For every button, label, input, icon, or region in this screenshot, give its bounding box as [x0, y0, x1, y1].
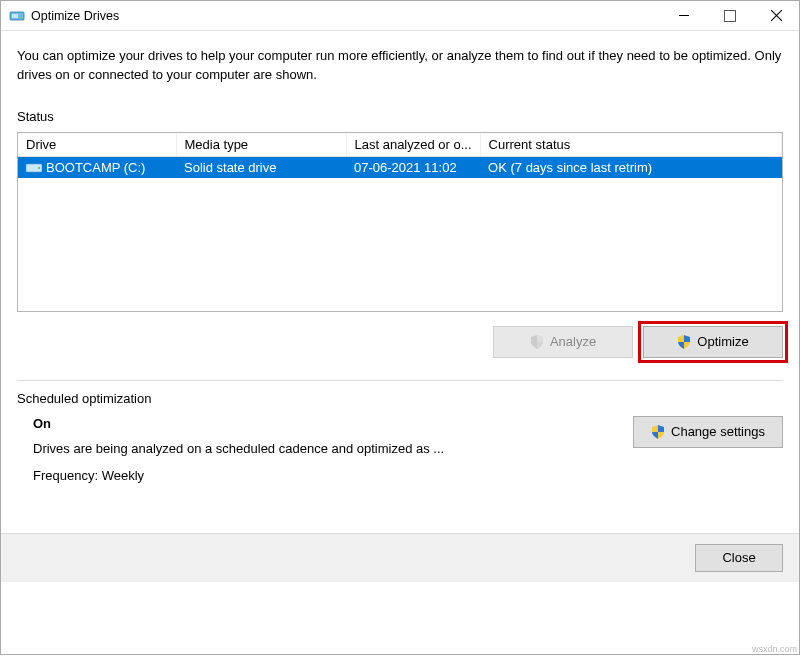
schedule-row: On Drives are being analyzed on a schedu…: [17, 416, 783, 483]
optimize-button[interactable]: Optimize: [643, 326, 783, 358]
footer-bar: Close: [1, 533, 799, 582]
maximize-button[interactable]: [707, 1, 753, 30]
schedule-description: Drives are being analyzed on a scheduled…: [33, 441, 615, 456]
divider: [17, 380, 783, 381]
svg-point-6: [38, 167, 40, 169]
status-label: Status: [17, 109, 783, 124]
window-frame: Optimize Drives You can optimize your dr…: [0, 0, 800, 655]
cell-drive-text: BOOTCAMP (C:): [46, 160, 145, 175]
schedule-title: Scheduled optimization: [17, 391, 783, 406]
cell-media: Solid state drive: [176, 156, 346, 178]
watermark: wsxdn.com: [752, 644, 797, 654]
schedule-state: On: [33, 416, 615, 431]
col-header-media[interactable]: Media type: [176, 133, 346, 157]
close-icon: [771, 10, 782, 21]
change-settings-label: Change settings: [671, 424, 765, 439]
cell-status: OK (7 days since last retrim): [480, 156, 781, 178]
col-header-drive[interactable]: Drive: [18, 133, 176, 157]
close-window-button[interactable]: [753, 1, 799, 30]
schedule-frequency: Frequency: Weekly: [33, 468, 615, 483]
optimize-label: Optimize: [697, 334, 748, 349]
schedule-info: On Drives are being analyzed on a schedu…: [17, 416, 615, 483]
action-button-row: Analyze Optimize: [17, 326, 783, 358]
content-area: You can optimize your drives to help you…: [1, 31, 799, 654]
window-title: Optimize Drives: [31, 9, 119, 23]
col-header-last[interactable]: Last analyzed or o...: [346, 133, 480, 157]
cell-last: 07-06-2021 11:02: [346, 156, 480, 178]
close-button[interactable]: Close: [695, 544, 783, 572]
analyze-label: Analyze: [550, 334, 596, 349]
drives-table: Drive Media type Last analyzed or o... C…: [18, 133, 782, 178]
analyze-button: Analyze: [493, 326, 633, 358]
drive-optimize-icon: [9, 8, 25, 24]
drive-icon: [26, 162, 42, 174]
svg-rect-1: [12, 14, 18, 18]
table-header-row[interactable]: Drive Media type Last analyzed or o... C…: [18, 133, 782, 157]
cell-drive: BOOTCAMP (C:): [18, 156, 176, 178]
change-settings-button[interactable]: Change settings: [633, 416, 783, 448]
table-row[interactable]: BOOTCAMP (C:) Solid state drive 07-06-20…: [18, 156, 782, 178]
svg-point-2: [20, 17, 22, 19]
col-header-status[interactable]: Current status: [480, 133, 781, 157]
intro-text: You can optimize your drives to help you…: [17, 47, 783, 85]
titlebar[interactable]: Optimize Drives: [1, 1, 799, 31]
minimize-button[interactable]: [661, 1, 707, 30]
drives-list[interactable]: Drive Media type Last analyzed or o... C…: [17, 132, 783, 312]
shield-icon: [530, 335, 544, 349]
shield-icon: [651, 425, 665, 439]
shield-icon: [677, 335, 691, 349]
